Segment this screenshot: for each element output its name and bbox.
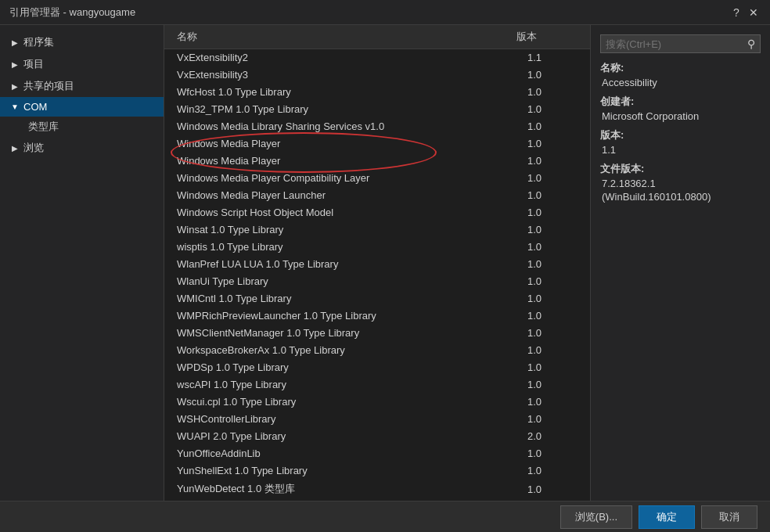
detail-name-value: Accessibility	[600, 77, 761, 88]
row-version: 1.0	[527, 327, 590, 339]
row-name: Windows Script Host Object Model	[164, 207, 527, 218]
row-version: 1.0	[527, 189, 590, 201]
table-row[interactable]: WorkspaceBrokerAx 1.0 Type Library1.0	[164, 342, 590, 359]
table-body[interactable]: VxExtensibility21.1VxExtensibility31.0Wf…	[164, 49, 590, 501]
row-name: wisptis 1.0 Type Library	[164, 241, 527, 253]
center-panel: 名称 版本 VxExtensibility21.1VxExtensibility…	[164, 25, 590, 501]
column-version: 版本	[516, 30, 579, 44]
table-row[interactable]: Winsat 1.0 Type Library1.0	[164, 221, 590, 239]
table-row[interactable]: VxExtensibility31.0	[164, 66, 590, 84]
row-name: VxExtensibility2	[164, 52, 527, 63]
arrow-icon	[9, 37, 20, 48]
row-version: 1.0	[527, 483, 590, 495]
row-name: YunWebDetect 1.0 类型库	[164, 482, 527, 496]
sidebar-item-typelib[interactable]: 类型库	[0, 117, 164, 137]
arrow-icon	[9, 59, 20, 70]
arrow-icon	[9, 102, 20, 113]
sidebar-item-label: 共享的项目	[23, 79, 74, 93]
row-version: 1.0	[527, 224, 590, 235]
row-name: Winsat 1.0 Type Library	[164, 224, 527, 235]
sidebar-item-browse[interactable]: 浏览	[0, 137, 164, 159]
table-row[interactable]: WMPRichPreviewLauncher 1.0 Type Library1…	[164, 307, 590, 325]
table-row[interactable]: Windows Media Player Launcher1.0	[164, 187, 590, 204]
table-row[interactable]: WlanPref LUA LUA 1.0 Type Library1.0	[164, 256, 590, 273]
table-row[interactable]: VxExtensibility21.1	[164, 49, 590, 66]
ok-button[interactable]: 确定	[639, 505, 695, 529]
search-bar[interactable]: ⚲	[600, 34, 761, 53]
title-bar: 引用管理器 - wangyougame ? ✕	[0, 0, 770, 25]
row-name: Win32_TPM 1.0 Type Library	[164, 103, 527, 115]
row-version: 1.0	[527, 310, 590, 322]
row-name: Wscui.cpl 1.0 Type Library	[164, 396, 527, 408]
row-name: Windows Media Player	[164, 155, 527, 167]
right-panel: ⚲ 名称: Accessibility 创建者: Microsoft Corpo…	[590, 25, 770, 501]
browse-button[interactable]: 浏览(B)...	[560, 505, 632, 529]
row-version: 1.0	[527, 86, 590, 98]
table-row[interactable]: Wscui.cpl 1.0 Type Library1.0	[164, 394, 590, 411]
table-row[interactable]: WMSClientNetManager 1.0 Type Library1.0	[164, 325, 590, 342]
table-row[interactable]: WSHControllerLibrary1.0	[164, 411, 590, 428]
sidebar-item-shared[interactable]: 共享的项目	[0, 75, 164, 97]
row-version: 1.0	[527, 275, 590, 287]
row-name: WfcHost 1.0 Type Library	[164, 86, 527, 98]
table-row[interactable]: Windows Media Library Sharing Services v…	[164, 118, 590, 135]
row-version: 1.0	[527, 396, 590, 408]
row-name: WMPRichPreviewLauncher 1.0 Type Library	[164, 310, 527, 322]
row-name: WlanPref LUA LUA 1.0 Type Library	[164, 258, 527, 270]
row-version: 1.0	[527, 413, 590, 425]
table-row[interactable]: Windows Media Player1.0	[164, 153, 590, 170]
table-row[interactable]: Windows Media Player1.0	[164, 135, 590, 153]
row-name: Windows Media Player Compatibility Layer	[164, 172, 527, 184]
row-version: 1.0	[527, 293, 590, 304]
row-version: 1.0	[527, 103, 590, 115]
table-row[interactable]: WPDSp 1.0 Type Library1.0	[164, 359, 590, 376]
table-header: 名称 版本	[164, 25, 590, 49]
sidebar-item-label: COM	[23, 101, 47, 113]
row-name: WSHControllerLibrary	[164, 413, 527, 425]
table-row[interactable]: YunOfficeAddinLib1.0	[164, 445, 590, 462]
cancel-button[interactable]: 取消	[701, 505, 757, 529]
row-name: WPDSp 1.0 Type Library	[164, 361, 527, 373]
table-row[interactable]: Windows Script Host Object Model1.0	[164, 204, 590, 221]
search-input[interactable]	[606, 38, 747, 50]
table-row[interactable]: wisptis 1.0 Type Library1.0	[164, 239, 590, 256]
sidebar-item-label: 项目	[23, 57, 44, 71]
detail-file-version-value2: (WinBuild.160101.0800)	[600, 191, 761, 203]
row-version: 1.0	[527, 241, 590, 253]
table-row[interactable]: wscAPI 1.0 Type Library1.0	[164, 376, 590, 394]
close-button[interactable]: ✕	[747, 5, 761, 20]
table-row[interactable]: WfcHost 1.0 Type Library1.0	[164, 84, 590, 101]
window-title: 引用管理器 - wangyougame	[9, 5, 135, 20]
table-row[interactable]: Windows Media Player Compatibility Layer…	[164, 170, 590, 187]
row-name: WMSClientNetManager 1.0 Type Library	[164, 327, 527, 339]
detail-file-version-label: 文件版本:	[600, 162, 761, 176]
sidebar-item-label: 类型库	[28, 120, 59, 132]
detail-version-value: 1.1	[600, 144, 761, 156]
sidebar-item-project[interactable]: 项目	[0, 53, 164, 75]
row-version: 2.0	[527, 430, 590, 442]
row-name: VxExtensibility3	[164, 69, 527, 81]
row-version: 1.0	[527, 207, 590, 218]
detail-file-version-value: 7.2.18362.1	[600, 178, 761, 189]
table-row[interactable]: YunShellExt 1.0 Type Library1.0	[164, 462, 590, 480]
row-name: WlanUi Type Library	[164, 275, 527, 287]
row-name: Windows Media Library Sharing Services v…	[164, 120, 527, 132]
row-name: Windows Media Player Launcher	[164, 189, 527, 201]
sidebar-item-assemblies[interactable]: 程序集	[0, 31, 164, 53]
row-version: 1.0	[527, 258, 590, 270]
row-name: wscAPI 1.0 Type Library	[164, 379, 527, 390]
search-icon: ⚲	[747, 38, 755, 50]
table-row[interactable]: YunWebDetect 1.0 类型库1.0	[164, 480, 590, 499]
row-version: 1.1	[527, 52, 590, 63]
table-row[interactable]: WUAPI 2.0 Type Library2.0	[164, 428, 590, 445]
arrow-icon	[9, 142, 20, 153]
table-row[interactable]: WlanUi Type Library1.0	[164, 273, 590, 290]
detail-name-label: 名称:	[600, 61, 761, 75]
row-name: YunShellExt 1.0 Type Library	[164, 465, 527, 476]
row-version: 1.0	[527, 120, 590, 132]
table-row[interactable]: WMICntl 1.0 Type Library1.0	[164, 290, 590, 307]
table-row[interactable]: Win32_TPM 1.0 Type Library1.0	[164, 101, 590, 118]
sidebar-item-label: 程序集	[23, 35, 54, 49]
sidebar-item-com[interactable]: COM	[0, 97, 164, 117]
help-button[interactable]: ?	[729, 5, 743, 20]
